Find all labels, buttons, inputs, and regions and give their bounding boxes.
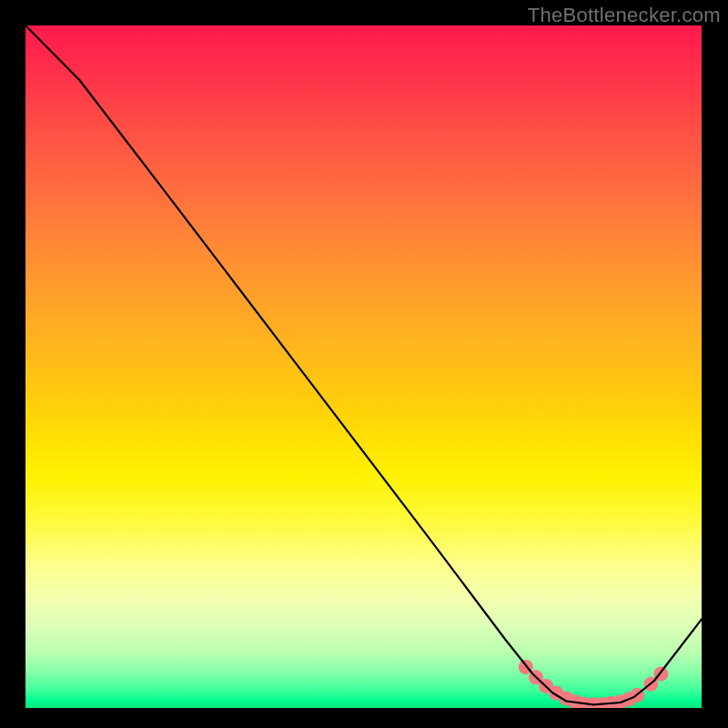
bottleneck-curve (25, 25, 702, 704)
marker-layer (519, 660, 669, 708)
curve-overlay (25, 25, 702, 708)
attribution-label: TheBottlenecker.com (528, 4, 721, 27)
chart-container: TheBottlenecker.com (0, 0, 728, 728)
